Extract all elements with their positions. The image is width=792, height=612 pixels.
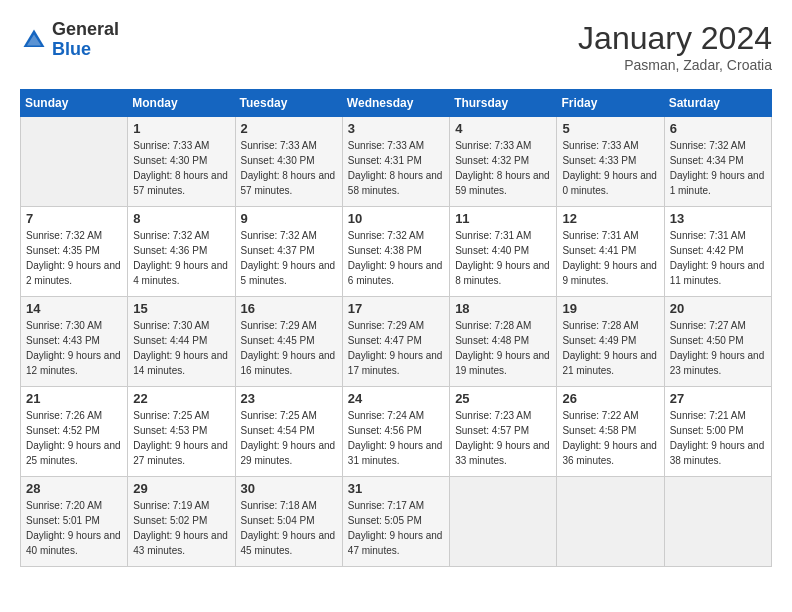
calendar-cell [450, 477, 557, 567]
day-info: Sunrise: 7:19 AMSunset: 5:02 PMDaylight:… [133, 498, 229, 558]
day-info: Sunrise: 7:23 AMSunset: 4:57 PMDaylight:… [455, 408, 551, 468]
calendar-cell: 6Sunrise: 7:32 AMSunset: 4:34 PMDaylight… [664, 117, 771, 207]
calendar-cell: 8Sunrise: 7:32 AMSunset: 4:36 PMDaylight… [128, 207, 235, 297]
calendar-week-row: 7Sunrise: 7:32 AMSunset: 4:35 PMDaylight… [21, 207, 772, 297]
calendar-cell: 9Sunrise: 7:32 AMSunset: 4:37 PMDaylight… [235, 207, 342, 297]
day-info: Sunrise: 7:21 AMSunset: 5:00 PMDaylight:… [670, 408, 766, 468]
logo-text: General Blue [52, 20, 119, 60]
day-info: Sunrise: 7:28 AMSunset: 4:49 PMDaylight:… [562, 318, 658, 378]
weekday-header-wednesday: Wednesday [342, 90, 449, 117]
day-number: 14 [26, 301, 122, 316]
calendar-cell: 13Sunrise: 7:31 AMSunset: 4:42 PMDayligh… [664, 207, 771, 297]
day-info: Sunrise: 7:28 AMSunset: 4:48 PMDaylight:… [455, 318, 551, 378]
day-number: 24 [348, 391, 444, 406]
calendar-cell: 27Sunrise: 7:21 AMSunset: 5:00 PMDayligh… [664, 387, 771, 477]
day-info: Sunrise: 7:25 AMSunset: 4:54 PMDaylight:… [241, 408, 337, 468]
day-number: 2 [241, 121, 337, 136]
weekday-header-tuesday: Tuesday [235, 90, 342, 117]
day-number: 4 [455, 121, 551, 136]
weekday-header-sunday: Sunday [21, 90, 128, 117]
calendar-week-row: 21Sunrise: 7:26 AMSunset: 4:52 PMDayligh… [21, 387, 772, 477]
weekday-header-saturday: Saturday [664, 90, 771, 117]
day-number: 13 [670, 211, 766, 226]
month-year-title: January 2024 [578, 20, 772, 57]
calendar-cell: 3Sunrise: 7:33 AMSunset: 4:31 PMDaylight… [342, 117, 449, 207]
calendar-cell: 18Sunrise: 7:28 AMSunset: 4:48 PMDayligh… [450, 297, 557, 387]
title-block: January 2024 Pasman, Zadar, Croatia [578, 20, 772, 73]
calendar-cell: 14Sunrise: 7:30 AMSunset: 4:43 PMDayligh… [21, 297, 128, 387]
day-number: 21 [26, 391, 122, 406]
calendar-cell: 7Sunrise: 7:32 AMSunset: 4:35 PMDaylight… [21, 207, 128, 297]
logo-icon [20, 26, 48, 54]
weekday-header-thursday: Thursday [450, 90, 557, 117]
calendar-cell: 25Sunrise: 7:23 AMSunset: 4:57 PMDayligh… [450, 387, 557, 477]
logo-blue-text: Blue [52, 40, 119, 60]
day-number: 3 [348, 121, 444, 136]
day-info: Sunrise: 7:22 AMSunset: 4:58 PMDaylight:… [562, 408, 658, 468]
calendar-cell: 15Sunrise: 7:30 AMSunset: 4:44 PMDayligh… [128, 297, 235, 387]
calendar-cell: 4Sunrise: 7:33 AMSunset: 4:32 PMDaylight… [450, 117, 557, 207]
day-number: 6 [670, 121, 766, 136]
day-number: 17 [348, 301, 444, 316]
calendar-cell [557, 477, 664, 567]
day-info: Sunrise: 7:25 AMSunset: 4:53 PMDaylight:… [133, 408, 229, 468]
day-info: Sunrise: 7:27 AMSunset: 4:50 PMDaylight:… [670, 318, 766, 378]
day-info: Sunrise: 7:32 AMSunset: 4:37 PMDaylight:… [241, 228, 337, 288]
day-number: 30 [241, 481, 337, 496]
day-number: 10 [348, 211, 444, 226]
day-info: Sunrise: 7:31 AMSunset: 4:42 PMDaylight:… [670, 228, 766, 288]
day-number: 22 [133, 391, 229, 406]
day-number: 27 [670, 391, 766, 406]
calendar-week-row: 1Sunrise: 7:33 AMSunset: 4:30 PMDaylight… [21, 117, 772, 207]
day-info: Sunrise: 7:32 AMSunset: 4:36 PMDaylight:… [133, 228, 229, 288]
day-info: Sunrise: 7:17 AMSunset: 5:05 PMDaylight:… [348, 498, 444, 558]
calendar-cell [21, 117, 128, 207]
day-info: Sunrise: 7:24 AMSunset: 4:56 PMDaylight:… [348, 408, 444, 468]
day-number: 11 [455, 211, 551, 226]
logo: General Blue [20, 20, 119, 60]
day-info: Sunrise: 7:33 AMSunset: 4:32 PMDaylight:… [455, 138, 551, 198]
day-info: Sunrise: 7:32 AMSunset: 4:35 PMDaylight:… [26, 228, 122, 288]
day-number: 12 [562, 211, 658, 226]
calendar-cell: 23Sunrise: 7:25 AMSunset: 4:54 PMDayligh… [235, 387, 342, 477]
day-info: Sunrise: 7:29 AMSunset: 4:45 PMDaylight:… [241, 318, 337, 378]
calendar-cell: 21Sunrise: 7:26 AMSunset: 4:52 PMDayligh… [21, 387, 128, 477]
day-info: Sunrise: 7:30 AMSunset: 4:43 PMDaylight:… [26, 318, 122, 378]
day-number: 16 [241, 301, 337, 316]
day-number: 25 [455, 391, 551, 406]
location-subtitle: Pasman, Zadar, Croatia [578, 57, 772, 73]
calendar-cell: 26Sunrise: 7:22 AMSunset: 4:58 PMDayligh… [557, 387, 664, 477]
calendar-cell: 16Sunrise: 7:29 AMSunset: 4:45 PMDayligh… [235, 297, 342, 387]
day-info: Sunrise: 7:20 AMSunset: 5:01 PMDaylight:… [26, 498, 122, 558]
calendar-header: SundayMondayTuesdayWednesdayThursdayFrid… [21, 90, 772, 117]
day-number: 28 [26, 481, 122, 496]
calendar-cell: 20Sunrise: 7:27 AMSunset: 4:50 PMDayligh… [664, 297, 771, 387]
weekday-header-monday: Monday [128, 90, 235, 117]
day-number: 31 [348, 481, 444, 496]
calendar-cell: 17Sunrise: 7:29 AMSunset: 4:47 PMDayligh… [342, 297, 449, 387]
page-header: General Blue January 2024 Pasman, Zadar,… [20, 20, 772, 73]
day-number: 20 [670, 301, 766, 316]
calendar-cell: 1Sunrise: 7:33 AMSunset: 4:30 PMDaylight… [128, 117, 235, 207]
calendar-cell: 11Sunrise: 7:31 AMSunset: 4:40 PMDayligh… [450, 207, 557, 297]
day-number: 5 [562, 121, 658, 136]
calendar-body: 1Sunrise: 7:33 AMSunset: 4:30 PMDaylight… [21, 117, 772, 567]
calendar-cell: 22Sunrise: 7:25 AMSunset: 4:53 PMDayligh… [128, 387, 235, 477]
day-info: Sunrise: 7:32 AMSunset: 4:34 PMDaylight:… [670, 138, 766, 198]
calendar-cell: 31Sunrise: 7:17 AMSunset: 5:05 PMDayligh… [342, 477, 449, 567]
day-number: 15 [133, 301, 229, 316]
day-info: Sunrise: 7:30 AMSunset: 4:44 PMDaylight:… [133, 318, 229, 378]
day-info: Sunrise: 7:31 AMSunset: 4:40 PMDaylight:… [455, 228, 551, 288]
calendar-cell [664, 477, 771, 567]
weekday-header-row: SundayMondayTuesdayWednesdayThursdayFrid… [21, 90, 772, 117]
day-info: Sunrise: 7:18 AMSunset: 5:04 PMDaylight:… [241, 498, 337, 558]
day-info: Sunrise: 7:31 AMSunset: 4:41 PMDaylight:… [562, 228, 658, 288]
day-number: 9 [241, 211, 337, 226]
day-info: Sunrise: 7:26 AMSunset: 4:52 PMDaylight:… [26, 408, 122, 468]
day-info: Sunrise: 7:33 AMSunset: 4:30 PMDaylight:… [241, 138, 337, 198]
weekday-header-friday: Friday [557, 90, 664, 117]
calendar-table: SundayMondayTuesdayWednesdayThursdayFrid… [20, 89, 772, 567]
day-number: 18 [455, 301, 551, 316]
day-number: 19 [562, 301, 658, 316]
day-number: 8 [133, 211, 229, 226]
